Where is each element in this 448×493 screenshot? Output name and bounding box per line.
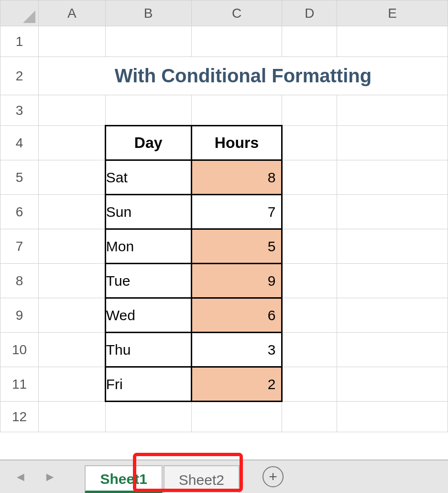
cell-E1[interactable]	[337, 26, 448, 57]
add-sheet-button[interactable]: +	[262, 466, 284, 487]
cell-hours-3[interactable]: 9	[191, 264, 282, 298]
col-header-A[interactable]: A	[38, 0, 105, 26]
sheet-tab-bar: ◄ ► Sheet1 Sheet2 +	[0, 459, 448, 493]
row-header-4[interactable]: 4	[0, 126, 39, 160]
cell-A11[interactable]	[38, 367, 105, 402]
tab-nav-next-icon[interactable]: ►	[44, 470, 56, 484]
row-header-10[interactable]: 10	[0, 333, 39, 367]
cell-A5[interactable]	[38, 160, 105, 195]
row-header-12[interactable]: 12	[0, 402, 39, 432]
cell-C12[interactable]	[191, 402, 282, 432]
row-header-8[interactable]: 8	[0, 264, 39, 298]
cell-day-0[interactable]: Sat	[105, 160, 191, 195]
col-header-D[interactable]: D	[282, 0, 337, 26]
cell-E8[interactable]	[337, 264, 448, 298]
tab-nav-prev-icon[interactable]: ◄	[14, 470, 27, 484]
cell-D10[interactable]	[282, 333, 337, 367]
row-header-5[interactable]: 5	[0, 160, 39, 195]
cell-D3[interactable]	[282, 95, 337, 126]
cell-C1[interactable]	[191, 26, 282, 57]
cell-B12[interactable]	[105, 402, 191, 432]
row-header-7[interactable]: 7	[0, 229, 39, 264]
cell-D6[interactable]	[282, 195, 337, 229]
cell-A8[interactable]	[38, 264, 105, 298]
title-cell[interactable]: With Conditional Formatting	[38, 57, 448, 95]
cell-D12[interactable]	[282, 402, 337, 432]
cell-hours-0[interactable]: 8	[191, 160, 282, 195]
row-header-3[interactable]: 3	[0, 95, 39, 126]
row-header-6[interactable]: 6	[0, 195, 39, 229]
cell-hours-1[interactable]: 7	[191, 195, 282, 229]
row-header-9[interactable]: 9	[0, 298, 39, 333]
cell-D1[interactable]	[282, 26, 337, 57]
cell-A10[interactable]	[38, 333, 105, 367]
plus-icon: +	[269, 469, 277, 485]
column-header-row: A B C D E	[0, 0, 448, 26]
sheet-tab-active[interactable]: Sheet1	[85, 465, 162, 493]
worksheet-grid: A B C D E 1 2 With Conditional Formattin…	[0, 0, 448, 432]
cell-day-1[interactable]: Sun	[105, 195, 191, 229]
col-header-B[interactable]: B	[105, 0, 191, 26]
cell-day-2[interactable]: Mon	[105, 229, 191, 264]
cell-A1[interactable]	[38, 26, 105, 57]
cell-E11[interactable]	[337, 367, 448, 402]
cell-D5[interactable]	[282, 160, 337, 195]
cell-hours-4[interactable]: 6	[191, 298, 282, 333]
row-header-11[interactable]: 11	[0, 367, 39, 402]
cell-day-5[interactable]: Thu	[105, 333, 191, 367]
cell-hours-6[interactable]: 2	[191, 367, 282, 402]
table-header-hours[interactable]: Hours	[191, 126, 282, 160]
cell-day-6[interactable]: Fri	[105, 367, 191, 402]
cell-D8[interactable]	[282, 264, 337, 298]
cell-A9[interactable]	[38, 298, 105, 333]
cell-D4[interactable]	[282, 126, 337, 160]
cell-E10[interactable]	[337, 333, 448, 367]
select-all-corner[interactable]	[0, 0, 39, 26]
cell-E3[interactable]	[337, 95, 448, 126]
cell-A6[interactable]	[38, 195, 105, 229]
cell-E4[interactable]	[337, 126, 448, 160]
tab-nav-arrows: ◄ ►	[14, 470, 56, 484]
cell-A7[interactable]	[38, 229, 105, 264]
cell-E7[interactable]	[337, 229, 448, 264]
cell-hours-2[interactable]: 5	[191, 229, 282, 264]
cell-day-4[interactable]: Wed	[105, 298, 191, 333]
spreadsheet[interactable]: A B C D E 1 2 With Conditional Formattin…	[0, 0, 448, 432]
row-header-1[interactable]: 1	[0, 26, 39, 57]
cell-D7[interactable]	[282, 229, 337, 264]
sheet-tab-inactive[interactable]: Sheet2	[164, 465, 240, 493]
col-header-C[interactable]: C	[191, 0, 282, 26]
cell-B1[interactable]	[105, 26, 191, 57]
cell-A12[interactable]	[38, 402, 105, 432]
table-header-day[interactable]: Day	[105, 126, 191, 160]
cell-hours-5[interactable]: 3	[191, 333, 282, 367]
col-header-E[interactable]: E	[337, 0, 448, 26]
cell-C3[interactable]	[191, 95, 282, 126]
row-header-2[interactable]: 2	[0, 57, 39, 95]
cell-D9[interactable]	[282, 298, 337, 333]
cell-B3[interactable]	[105, 95, 191, 126]
cell-day-3[interactable]: Tue	[105, 264, 191, 298]
cell-D11[interactable]	[282, 367, 337, 402]
cell-A4[interactable]	[38, 126, 105, 160]
cell-E12[interactable]	[337, 402, 448, 432]
cell-E6[interactable]	[337, 195, 448, 229]
cell-E5[interactable]	[337, 160, 448, 195]
select-all-triangle-icon	[23, 11, 35, 23]
svg-marker-0	[23, 11, 35, 23]
cell-A3[interactable]	[38, 95, 105, 126]
cell-E9[interactable]	[337, 298, 448, 333]
